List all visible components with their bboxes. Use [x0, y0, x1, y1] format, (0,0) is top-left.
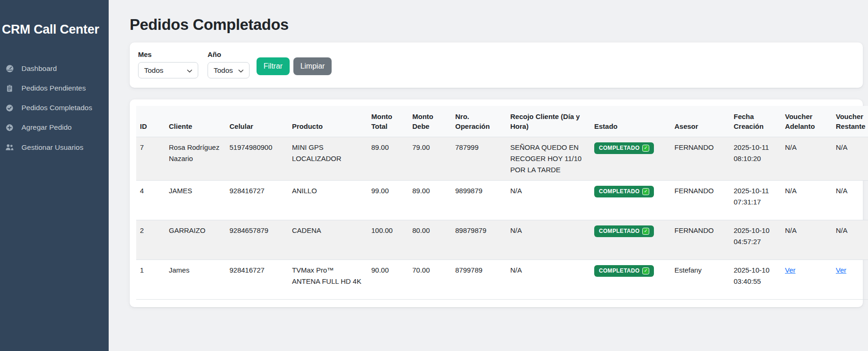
estado-badge: COMPLETADO✓: [594, 225, 654, 237]
table-row: 4JAMES928416727ANILLO99.0089.009899879N/…: [136, 181, 868, 220]
mes-select[interactable]: Todos: [138, 62, 198, 78]
cell-nro-operacion: 89879879: [451, 220, 507, 260]
cell-celular: 928416727: [226, 181, 288, 220]
cell-producto: CADENA: [288, 220, 368, 260]
orders-table-card: IDClienteCelularProductoMonto TotalMonto…: [130, 99, 863, 307]
cell-fecha: 2025-10-10 03:40:55: [730, 260, 781, 300]
table-body: 7Rosa Rodríguez Nazario51974980900MINI G…: [136, 137, 868, 300]
cell-estado: COMPLETADO✓: [590, 137, 671, 181]
column-header: Monto Total: [368, 106, 409, 137]
cell-nro-operacion: 9899879: [451, 181, 507, 220]
cell-recojo: N/A: [507, 220, 590, 260]
ano-select[interactable]: Todos: [208, 62, 250, 78]
chevron-down-icon: [238, 66, 243, 75]
cell-voucher-adelanto: Ver: [781, 260, 832, 300]
sidebar-item-label: Pedidos Completados: [21, 104, 92, 112]
cell-producto: TVMax Pro™ ANTENA FULL HD 4K: [288, 260, 368, 300]
estado-badge: COMPLETADO✓: [594, 142, 654, 154]
cell-monto-total: 99.00: [368, 181, 409, 220]
cell-cliente: GARRAIZO: [165, 220, 226, 260]
ver-voucher-link[interactable]: Ver: [836, 266, 847, 274]
cell-recojo: N/A: [507, 181, 590, 220]
column-header: Voucher Adelanto: [781, 106, 832, 137]
cell-producto: ANILLO: [288, 181, 368, 220]
cell-voucher-restante: N/A: [832, 181, 868, 220]
cell-monto-debe: 70.00: [409, 260, 451, 300]
cell-voucher-restante: N/A: [832, 220, 868, 260]
sidebar-item-gestionar-usuarios[interactable]: Gestionar Usuarios: [0, 137, 109, 157]
check-emoji-icon: ✓: [642, 267, 649, 274]
sidebar-item-label: Gestionar Usuarios: [21, 143, 83, 152]
cell-asesor: FERNANDO: [671, 220, 730, 260]
cell-estado: COMPLETADO✓: [590, 181, 671, 220]
column-header: Celular: [226, 106, 288, 137]
column-header: ID: [136, 106, 165, 137]
limpiar-button[interactable]: Limpiar: [293, 57, 332, 75]
cell-nro-operacion: 787999: [451, 137, 507, 181]
app-title: CRM Call Center: [2, 21, 107, 37]
clipboard-icon: [5, 84, 14, 92]
column-header: Recojo Cliente (Día y Hora): [507, 106, 590, 137]
cell-monto-total: 89.00: [368, 137, 409, 181]
check-emoji-icon: ✓: [642, 188, 649, 195]
cell-recojo: N/A: [507, 260, 590, 300]
cell-voucher-adelanto: N/A: [781, 181, 832, 220]
cell-cliente: JAMES: [165, 181, 226, 220]
cell-estado: COMPLETADO✓: [590, 260, 671, 300]
cell-monto-total: 90.00: [368, 260, 409, 300]
estado-label: COMPLETADO: [599, 186, 639, 197]
table-head: IDClienteCelularProductoMonto TotalMonto…: [136, 106, 868, 137]
main-content: Pedidos Completados Mes Todos Año Todos: [109, 0, 868, 351]
sidebar-item-label: Dashboard: [21, 64, 57, 73]
estado-label: COMPLETADO: [599, 265, 639, 276]
cell-id: 1: [136, 260, 165, 300]
cell-fecha: 2025-10-11 08:10:20: [730, 137, 781, 181]
table-row: 2GARRAIZO9284657879CADENA100.0080.008987…: [136, 220, 868, 260]
column-header: Nro. Operación: [451, 106, 507, 137]
cell-fecha: 2025-10-10 04:57:27: [730, 220, 781, 260]
cell-nro-operacion: 8799789: [451, 260, 507, 300]
cell-asesor: Estefany: [671, 260, 730, 300]
orders-table: IDClienteCelularProductoMonto TotalMonto…: [136, 106, 868, 300]
check-circle-icon: [5, 104, 14, 112]
sidebar-item-agregar-pedido[interactable]: Agregar Pedido: [0, 118, 109, 137]
cell-voucher-restante: Ver: [832, 260, 868, 300]
cell-monto-debe: 89.00: [409, 181, 451, 220]
cell-monto-total: 100.00: [368, 220, 409, 260]
sidebar-item-label: Pedidos Pendientes: [21, 84, 86, 92]
page-title: Pedidos Completados: [130, 16, 863, 34]
cell-recojo: SEÑORA QUEDO EN RECOGER HOY 11/10 POR LA…: [507, 137, 590, 181]
sidebar-item-label: Agregar Pedido: [21, 123, 72, 132]
cell-voucher-adelanto: N/A: [781, 137, 832, 181]
column-header: Fecha Creación: [730, 106, 781, 137]
cell-voucher-adelanto: N/A: [781, 220, 832, 260]
users-icon: [5, 143, 14, 152]
estado-label: COMPLETADO: [599, 225, 639, 237]
cell-asesor: FERNANDO: [671, 181, 730, 220]
cell-asesor: FERNANDO: [671, 137, 730, 181]
filters-card: Mes Todos Año Todos Filtrar: [130, 42, 863, 88]
cell-id: 2: [136, 220, 165, 260]
sidebar-item-pedidos-pendientes[interactable]: Pedidos Pendientes: [0, 78, 109, 98]
ver-voucher-link[interactable]: Ver: [785, 266, 796, 274]
column-header: Cliente: [165, 106, 226, 137]
column-header: Estado: [590, 106, 671, 137]
column-header: Producto: [288, 106, 368, 137]
sidebar-item-pedidos-completados[interactable]: Pedidos Completados: [0, 98, 109, 118]
ano-select-value: Todos: [214, 66, 233, 75]
header-row: IDClienteCelularProductoMonto TotalMonto…: [136, 106, 868, 137]
cell-producto: MINI GPS LOCALIZADOR: [288, 137, 368, 181]
cell-fecha: 2025-10-11 07:31:17: [730, 181, 781, 220]
app-window: CRM Call Center Dashboard: [0, 0, 868, 351]
filtrar-button[interactable]: Filtrar: [257, 57, 290, 75]
cell-cliente: Rosa Rodríguez Nazario: [165, 137, 226, 181]
column-header: Asesor: [671, 106, 730, 137]
sidebar-item-dashboard[interactable]: Dashboard: [0, 59, 109, 78]
cell-estado: COMPLETADO✓: [590, 220, 671, 260]
cell-celular: 51974980900: [226, 137, 288, 181]
filter-buttons: Filtrar Limpiar: [257, 57, 332, 75]
cell-voucher-restante: N/A: [832, 137, 868, 181]
plus-circle-icon: [5, 124, 14, 132]
column-header: Monto Debe: [409, 106, 451, 137]
cell-id: 7: [136, 137, 165, 181]
